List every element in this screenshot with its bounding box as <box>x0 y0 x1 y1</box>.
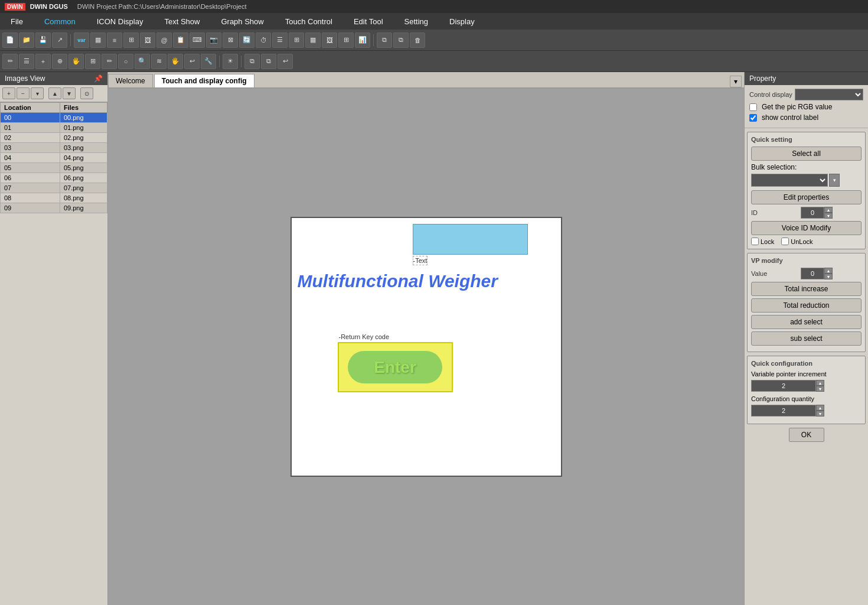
tb2-icon6[interactable]: ⊞ <box>85 54 100 69</box>
show-label-checkbox[interactable] <box>749 114 757 122</box>
table-row[interactable]: 0101.png <box>1 123 107 133</box>
menu-touch-control[interactable]: Touch Control <box>275 13 343 30</box>
tb-icon14[interactable]: ▦ <box>305 32 321 48</box>
tb2-undo[interactable]: ↩ <box>278 54 293 69</box>
tb-icon7[interactable]: ⌨ <box>190 32 205 48</box>
tb2-brightness[interactable]: ☀ <box>223 54 238 69</box>
tb2-icon13[interactable]: 🔧 <box>201 54 216 69</box>
edit-properties-btn[interactable]: Edit properties <box>751 190 862 204</box>
tb-icon12[interactable]: ☰ <box>272 32 288 48</box>
tb2-icon9[interactable]: 🔍 <box>135 54 150 69</box>
table-row[interactable]: 0808.png <box>1 193 107 203</box>
sub-select-btn[interactable]: sub select <box>751 331 862 346</box>
tb-icon10[interactable]: 🔄 <box>239 32 254 48</box>
tb-icon6[interactable]: 📋 <box>173 32 188 48</box>
tb-icon3[interactable]: ⊞ <box>123 32 139 48</box>
img-add[interactable]: + <box>2 87 15 99</box>
tb-icon9[interactable]: ⊠ <box>223 32 238 48</box>
id-spin-down[interactable]: ▼ <box>824 213 833 219</box>
bulk-select-arrow[interactable]: ▾ <box>829 174 840 187</box>
tab-welcome[interactable]: Welcome <box>108 74 153 87</box>
var-pointer-input[interactable] <box>751 380 816 392</box>
tb-icon17[interactable]: 📊 <box>355 32 370 48</box>
canvas-weigher-text[interactable]: Multifunctional Weigher <box>298 271 498 291</box>
tb-icon1[interactable]: ▦ <box>90 32 106 48</box>
menu-setting[interactable]: Setting <box>394 13 439 30</box>
tb-var[interactable]: var <box>74 32 89 48</box>
tb-icon2[interactable]: ≡ <box>107 32 122 48</box>
tb-icon5[interactable]: @ <box>156 32 172 48</box>
total-increase-btn[interactable]: Total increase <box>751 282 862 296</box>
tb-icon15[interactable]: 🖼 <box>322 32 337 48</box>
tb-icon4[interactable]: 🖼 <box>140 32 155 48</box>
tb2-icon11[interactable]: 🖐 <box>168 54 183 69</box>
table-row[interactable]: 0303.png <box>1 143 107 153</box>
menu-display[interactable]: Display <box>439 13 485 30</box>
table-row[interactable]: 0202.png <box>1 133 107 143</box>
get-rgb-checkbox[interactable] <box>749 103 757 111</box>
menu-file[interactable]: File <box>0 13 34 30</box>
canvas-enter-btn[interactable]: Enter <box>338 342 453 392</box>
tb2-icon2[interactable]: ☰ <box>19 54 34 69</box>
menu-text-show[interactable]: Text Show <box>154 13 210 30</box>
value-spin-up[interactable]: ▲ <box>824 268 833 274</box>
menu-graph-show[interactable]: Graph Show <box>210 13 274 30</box>
tb-copy[interactable]: ⧉ <box>377 32 392 48</box>
tb-icon16[interactable]: ⊞ <box>338 32 354 48</box>
value-spin-down[interactable]: ▼ <box>824 274 833 279</box>
value-input[interactable] <box>801 268 824 279</box>
canvas-blue-box[interactable] <box>413 224 528 255</box>
menu-edit-tool[interactable]: Edit Tool <box>343 13 394 30</box>
unlock-checkbox[interactable] <box>781 238 789 245</box>
tb2-icon7[interactable]: ✏ <box>102 54 117 69</box>
config-qty-down[interactable]: ▼ <box>816 411 824 417</box>
img-remove[interactable]: − <box>17 87 30 99</box>
tb2-icon12[interactable]: ↩ <box>184 54 200 69</box>
img-up[interactable]: ▲ <box>48 87 61 99</box>
tb2-icon4[interactable]: ⊕ <box>52 54 67 69</box>
menu-common[interactable]: Common <box>34 13 86 30</box>
tb-icon13[interactable]: ⊞ <box>289 32 304 48</box>
tab-close-btn[interactable]: ▾ <box>730 76 742 87</box>
tab-touch-display[interactable]: Touch and display config <box>154 74 254 87</box>
select-all-btn[interactable]: Select all <box>751 147 862 161</box>
table-row[interactable]: 0606.png <box>1 173 107 183</box>
tb-new[interactable]: 📄 <box>2 32 18 48</box>
tb2-icon1[interactable]: ✏ <box>2 54 18 69</box>
tb2-icon10[interactable]: ≋ <box>151 54 167 69</box>
images-view-pin[interactable]: 📌 <box>94 74 103 83</box>
tb-export[interactable]: ↗ <box>52 32 67 48</box>
table-row[interactable]: 0505.png <box>1 163 107 173</box>
tb-icon8[interactable]: 📷 <box>206 32 221 48</box>
var-pointer-up[interactable]: ▲ <box>816 380 824 386</box>
tb-icon11[interactable]: ⏱ <box>256 32 271 48</box>
tb2-icon8[interactable]: ○ <box>118 54 133 69</box>
menu-icon-display[interactable]: ICON Display <box>86 13 154 30</box>
table-row[interactable]: 0404.png <box>1 153 107 163</box>
id-input[interactable] <box>801 207 824 219</box>
voice-id-modify-btn[interactable]: Voice ID Modify <box>751 221 862 235</box>
var-pointer-down[interactable]: ▼ <box>816 386 824 392</box>
tb-save[interactable]: 💾 <box>35 32 51 48</box>
add-select-btn[interactable]: add select <box>751 315 862 329</box>
img-target[interactable]: ⊙ <box>80 87 93 99</box>
tb2-icon5[interactable]: 🖐 <box>68 54 84 69</box>
control-display-select[interactable] <box>795 89 863 100</box>
tb2-copy2[interactable]: ⧉ <box>244 54 260 69</box>
tb2-icon3[interactable]: + <box>35 54 51 69</box>
tb-paste[interactable]: ⧉ <box>393 32 409 48</box>
tb-delete[interactable]: 🗑 <box>410 32 425 48</box>
total-reduction-btn[interactable]: Total reduction <box>751 298 862 313</box>
img-dropdown[interactable]: ▾ <box>31 87 44 99</box>
img-down[interactable]: ▼ <box>63 87 76 99</box>
id-spin-up[interactable]: ▲ <box>824 207 833 213</box>
config-qty-up[interactable]: ▲ <box>816 405 824 411</box>
tb2-mirror[interactable]: ⧉ <box>261 54 276 69</box>
table-row[interactable]: 0909.png <box>1 203 107 213</box>
table-row[interactable]: 0000.png <box>1 113 107 123</box>
ok-button[interactable]: OK <box>789 428 824 442</box>
canvas-container[interactable]: -Text Multifunctional Weigher -Return Ke… <box>108 89 744 605</box>
table-row[interactable]: 0707.png <box>1 183 107 193</box>
bulk-select[interactable] <box>751 174 828 187</box>
lock-checkbox[interactable] <box>751 238 759 245</box>
